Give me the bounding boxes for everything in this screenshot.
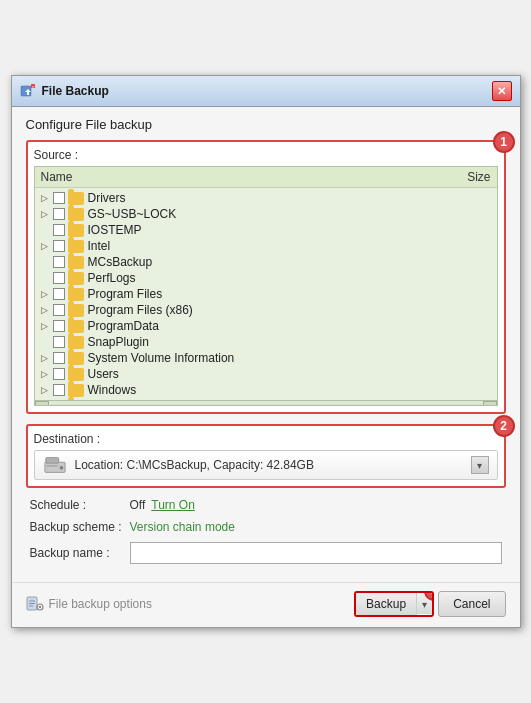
destination-text: Location: C:\MCsBackup, Capacity: 42.84G… bbox=[75, 458, 471, 472]
list-item[interactable]: ▷ Users bbox=[35, 366, 497, 382]
tree-checkbox[interactable] bbox=[53, 256, 65, 268]
folder-icon bbox=[68, 288, 84, 301]
item-name: GS~USB~LOCK bbox=[88, 207, 177, 221]
folder-icon bbox=[68, 336, 84, 349]
svg-point-5 bbox=[59, 466, 63, 470]
list-item[interactable]: ▷ GS~USB~LOCK bbox=[35, 206, 497, 222]
scroll-left-btn[interactable]: ◂ bbox=[35, 401, 49, 407]
list-item[interactable]: ▷ Intel bbox=[35, 238, 497, 254]
folder-icon bbox=[68, 272, 84, 285]
tree-header-name: Name bbox=[41, 170, 73, 184]
toggle-icon: ▷ bbox=[39, 336, 51, 348]
drive-icon bbox=[43, 456, 67, 474]
destination-section: 2 Destination : Location: C:\MCsBackup, … bbox=[26, 424, 506, 488]
tree-checkbox[interactable] bbox=[53, 384, 65, 396]
backup-name-label: Backup name : bbox=[30, 546, 130, 560]
source-section: 1 Source : Name Size ▷ Drivers bbox=[26, 140, 506, 414]
item-name: SnapPlugin bbox=[88, 335, 149, 349]
tree-checkbox[interactable] bbox=[53, 192, 65, 204]
title-bar-left: × File Backup bbox=[20, 83, 109, 99]
item-name: Windows bbox=[88, 383, 137, 397]
list-item[interactable]: ▷ MCsBackup bbox=[35, 254, 497, 270]
schedule-row: Schedule : Off Turn On bbox=[26, 498, 506, 512]
tree-checkbox[interactable] bbox=[53, 288, 65, 300]
options-label: File backup options bbox=[49, 597, 152, 611]
svg-rect-4 bbox=[45, 458, 58, 464]
toggle-icon[interactable]: ▷ bbox=[39, 192, 51, 204]
list-item[interactable]: ▷ Drivers bbox=[35, 190, 497, 206]
backup-button[interactable]: 3 Backup ▾ bbox=[354, 591, 434, 617]
toggle-icon[interactable]: ▷ bbox=[39, 320, 51, 332]
tree-checkbox[interactable] bbox=[53, 368, 65, 380]
tree-content[interactable]: ▷ Drivers ▷ GS~USB~LOCK ▷ bbox=[35, 188, 497, 400]
dialog-window: × File Backup ✕ Configure File backup 1 … bbox=[11, 75, 521, 628]
file-tree-area: Name Size ▷ Drivers ▷ GS~USB bbox=[34, 166, 498, 406]
tree-checkbox[interactable] bbox=[53, 336, 65, 348]
toggle-icon: ▷ bbox=[39, 272, 51, 284]
folder-icon bbox=[68, 240, 84, 253]
configure-title: Configure File backup bbox=[26, 117, 506, 132]
destination-dropdown[interactable]: Location: C:\MCsBackup, Capacity: 42.84G… bbox=[34, 450, 498, 480]
scroll-track[interactable] bbox=[50, 404, 482, 407]
file-backup-options-link[interactable]: File backup options bbox=[26, 596, 152, 612]
tree-checkbox[interactable] bbox=[53, 304, 65, 316]
toggle-icon[interactable]: ▷ bbox=[39, 304, 51, 316]
backup-scheme-row: Backup scheme : Version chain mode bbox=[26, 520, 506, 534]
folder-icon bbox=[68, 400, 84, 401]
list-item[interactable]: ▷ System Volume Information bbox=[35, 350, 497, 366]
toggle-icon[interactable]: ▷ bbox=[39, 240, 51, 252]
backup-scheme-value[interactable]: Version chain mode bbox=[130, 520, 235, 534]
list-item[interactable]: ▷ Program Files bbox=[35, 286, 497, 302]
toggle-icon: ▷ bbox=[39, 256, 51, 268]
backup-button-label[interactable]: Backup bbox=[356, 593, 417, 615]
backup-name-row: Backup name : bbox=[26, 542, 506, 564]
toggle-icon[interactable]: ▷ bbox=[39, 384, 51, 396]
item-name: Program Files bbox=[88, 287, 163, 301]
folder-icon bbox=[68, 352, 84, 365]
item-name: System Volume Information bbox=[88, 351, 235, 365]
tree-checkbox[interactable] bbox=[53, 224, 65, 236]
options-icon bbox=[26, 596, 44, 612]
folder-icon bbox=[68, 208, 84, 221]
badge-2: 2 bbox=[493, 415, 515, 437]
close-button[interactable]: ✕ bbox=[492, 81, 512, 101]
list-item[interactable]: ▷ IOSTEMP bbox=[35, 222, 497, 238]
tree-checkbox[interactable] bbox=[53, 352, 65, 364]
tree-checkbox[interactable] bbox=[53, 208, 65, 220]
toggle-icon[interactable]: ▷ bbox=[39, 288, 51, 300]
backup-name-input[interactable] bbox=[130, 542, 502, 564]
list-item[interactable]: ▷ SnapPlugin bbox=[35, 334, 497, 350]
list-item[interactable]: ▷ PerfLogs bbox=[35, 270, 497, 286]
toggle-icon[interactable]: ▷ bbox=[39, 368, 51, 380]
bottom-bar: File backup options 3 Backup ▾ Cancel bbox=[12, 582, 520, 627]
tree-checkbox[interactable] bbox=[53, 240, 65, 252]
toggle-icon[interactable]: ▷ bbox=[39, 352, 51, 364]
tree-checkbox[interactable] bbox=[53, 272, 65, 284]
svg-rect-6 bbox=[46, 465, 57, 467]
toggle-icon[interactable]: ▷ bbox=[39, 208, 51, 220]
item-name: Program Files (x86) bbox=[88, 303, 193, 317]
toggle-icon: ▷ bbox=[39, 224, 51, 236]
item-name: PerfLogs bbox=[88, 271, 136, 285]
folder-icon bbox=[68, 320, 84, 333]
item-name: IOSTEMP bbox=[88, 223, 142, 237]
schedule-turn-on[interactable]: Turn On bbox=[151, 498, 195, 512]
folder-icon bbox=[68, 192, 84, 205]
list-item[interactable]: ▷ Program Files (x86) bbox=[35, 302, 497, 318]
backup-title-icon: × bbox=[20, 83, 36, 99]
item-name: adbFileDir bbox=[88, 399, 143, 400]
schedule-label: Schedule : bbox=[30, 498, 130, 512]
list-item[interactable]: ▷ Windows bbox=[35, 382, 497, 398]
tree-checkbox[interactable] bbox=[53, 320, 65, 332]
list-item[interactable]: ▷ ProgramData bbox=[35, 318, 497, 334]
folder-icon bbox=[68, 384, 84, 397]
horizontal-scrollbar[interactable]: ◂ ▸ bbox=[35, 400, 497, 406]
scroll-right-btn[interactable]: ▸ bbox=[483, 401, 497, 407]
title-text: File Backup bbox=[42, 84, 109, 98]
folder-icon bbox=[68, 224, 84, 237]
cancel-button[interactable]: Cancel bbox=[438, 591, 505, 617]
destination-arrow[interactable]: ▾ bbox=[471, 456, 489, 474]
tree-header-size: Size bbox=[467, 170, 490, 184]
svg-text:×: × bbox=[32, 85, 34, 89]
svg-point-12 bbox=[38, 606, 40, 608]
